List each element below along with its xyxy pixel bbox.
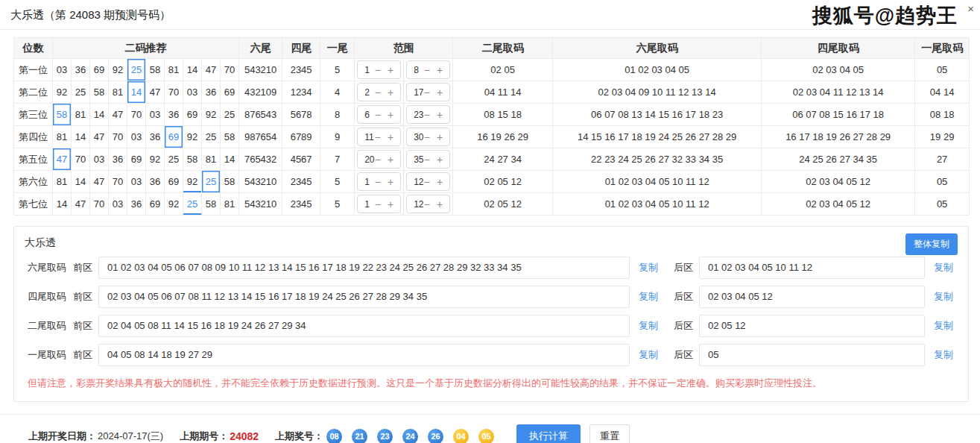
range-spinner-input[interactable]: 11−+ [357, 128, 401, 146]
plus-button[interactable]: + [388, 87, 393, 98]
two-code-number-cell[interactable]: 92 [146, 148, 165, 171]
range-spinner-input[interactable]: 6−+ [357, 105, 401, 124]
range-spinner-input[interactable]: 1−+ [357, 172, 401, 191]
two-code-number-cell[interactable]: 36 [202, 81, 221, 104]
two-code-number-cell[interactable]: 70 [109, 126, 127, 148]
range-spinner-input[interactable]: 8−+ [406, 60, 450, 79]
two-code-number-cell[interactable]: 58 [221, 171, 239, 193]
two-code-number-cell[interactable]: 92 [183, 126, 202, 148]
two-code-number-cell[interactable]: 70 [221, 59, 239, 81]
run-calculation-button[interactable]: 执行计算 [516, 424, 581, 443]
rear-zone-input[interactable]: 02 03 04 05 12 [699, 286, 925, 308]
two-code-number-cell[interactable]: 14 [183, 59, 202, 81]
copy-rear-link[interactable]: 复制 [934, 319, 953, 333]
minus-button[interactable]: − [424, 65, 430, 75]
range-spinner-input[interactable]: 20−+ [357, 150, 401, 169]
two-code-number-cell[interactable]: 92 [202, 104, 221, 126]
minus-button[interactable]: − [424, 132, 430, 142]
plus-button[interactable]: + [388, 177, 393, 187]
two-code-number-cell[interactable]: 47 [53, 148, 72, 171]
two-code-number-cell[interactable]: 36 [127, 193, 146, 216]
two-code-number-cell[interactable]: 25 [165, 148, 183, 171]
copy-rear-link[interactable]: 复制 [934, 348, 953, 362]
two-code-number-cell[interactable]: 69 [127, 148, 146, 171]
two-code-number-cell[interactable]: 25 [221, 104, 239, 126]
range-spinner-input[interactable]: 12−+ [406, 172, 450, 191]
two-code-number-cell[interactable]: 36 [146, 171, 165, 193]
two-code-number-cell[interactable]: 03 [90, 148, 109, 171]
plus-button[interactable]: + [437, 154, 443, 165]
range-spinner-input[interactable]: 1−+ [357, 195, 401, 213]
plus-button[interactable]: + [437, 110, 443, 120]
two-code-number-cell[interactable]: 81 [53, 126, 72, 148]
range-spinner-input[interactable]: 12−+ [406, 195, 450, 213]
two-code-number-cell[interactable]: 58 [53, 104, 72, 126]
front-zone-input[interactable]: 02 03 04 05 06 07 08 11 12 13 14 15 16 1… [98, 286, 630, 308]
two-code-number-cell[interactable]: 36 [146, 126, 165, 148]
minus-button[interactable]: − [375, 177, 381, 187]
copy-rear-link[interactable]: 复制 [934, 290, 953, 304]
two-code-number-cell[interactable]: 70 [72, 148, 90, 171]
two-code-number-cell[interactable]: 58 [146, 59, 165, 81]
plus-button[interactable]: + [388, 199, 393, 210]
two-code-number-cell[interactable]: 03 [53, 59, 72, 81]
range-spinner-input[interactable]: 23−+ [406, 105, 450, 124]
two-code-number-cell[interactable]: 03 [146, 104, 165, 126]
copy-front-link[interactable]: 复制 [639, 319, 658, 333]
two-code-number-cell[interactable]: 14 [53, 193, 72, 216]
rear-zone-input[interactable]: 02 05 12 [699, 315, 925, 337]
plus-button[interactable]: + [437, 132, 443, 142]
plus-button[interactable]: + [437, 177, 443, 187]
minus-button[interactable]: − [424, 154, 430, 165]
two-code-number-cell[interactable]: 03 [109, 193, 127, 216]
two-code-number-cell[interactable]: 47 [90, 126, 109, 148]
two-code-number-cell[interactable]: 69 [146, 193, 165, 216]
plus-button[interactable]: + [437, 65, 443, 75]
front-zone-input[interactable]: 02 04 05 08 11 14 15 16 18 19 24 26 27 2… [98, 315, 630, 337]
two-code-number-cell[interactable]: 70 [109, 171, 127, 193]
plus-button[interactable]: + [388, 110, 393, 120]
plus-button[interactable]: + [388, 154, 393, 165]
minus-button[interactable]: − [375, 87, 381, 98]
plus-button[interactable]: + [437, 199, 443, 210]
plus-button[interactable]: + [437, 87, 443, 98]
two-code-number-cell[interactable]: 81 [53, 171, 72, 193]
two-code-number-cell[interactable]: 92 [183, 171, 202, 193]
front-zone-input[interactable]: 01 02 03 04 05 06 07 08 09 10 11 12 13 1… [98, 257, 630, 279]
two-code-number-cell[interactable]: 81 [202, 148, 221, 171]
two-code-number-cell[interactable]: 81 [165, 59, 183, 81]
two-code-number-cell[interactable]: 25 [202, 171, 221, 193]
two-code-number-cell[interactable]: 69 [221, 81, 239, 104]
minus-button[interactable]: − [375, 154, 381, 165]
two-code-number-cell[interactable]: 92 [165, 193, 183, 216]
range-spinner-input[interactable]: 30−+ [406, 128, 450, 146]
two-code-number-cell[interactable]: 14 [221, 148, 239, 171]
two-code-number-cell[interactable]: 03 [127, 171, 146, 193]
two-code-number-cell[interactable]: 58 [90, 81, 109, 104]
close-icon[interactable]: × [967, 3, 974, 14]
copy-all-button[interactable]: 整体复制 [905, 233, 958, 255]
two-code-number-cell[interactable]: 25 [72, 81, 90, 104]
minus-button[interactable]: − [375, 132, 381, 142]
rear-zone-input[interactable]: 01 02 03 04 05 10 11 12 [699, 257, 925, 279]
two-code-number-cell[interactable]: 70 [90, 193, 109, 216]
minus-button[interactable]: − [424, 110, 430, 120]
two-code-number-cell[interactable]: 81 [72, 104, 90, 126]
two-code-number-cell[interactable]: 14 [72, 171, 90, 193]
front-zone-input[interactable]: 04 05 08 14 18 19 27 29 [98, 344, 630, 366]
two-code-number-cell[interactable]: 36 [72, 59, 90, 81]
plus-button[interactable]: + [388, 65, 393, 75]
two-code-number-cell[interactable]: 03 [183, 81, 202, 104]
two-code-number-cell[interactable]: 47 [72, 193, 90, 216]
two-code-number-cell[interactable]: 14 [72, 126, 90, 148]
two-code-number-cell[interactable]: 70 [165, 81, 183, 104]
two-code-number-cell[interactable]: 69 [165, 126, 183, 148]
two-code-number-cell[interactable]: 47 [146, 81, 165, 104]
two-code-number-cell[interactable]: 25 [127, 59, 146, 81]
range-spinner-input[interactable]: 17−+ [406, 83, 450, 101]
two-code-number-cell[interactable]: 47 [90, 171, 109, 193]
two-code-number-cell[interactable]: 36 [109, 148, 127, 171]
minus-button[interactable]: − [375, 199, 381, 210]
copy-front-link[interactable]: 复制 [639, 261, 658, 274]
two-code-number-cell[interactable]: 81 [109, 81, 127, 104]
